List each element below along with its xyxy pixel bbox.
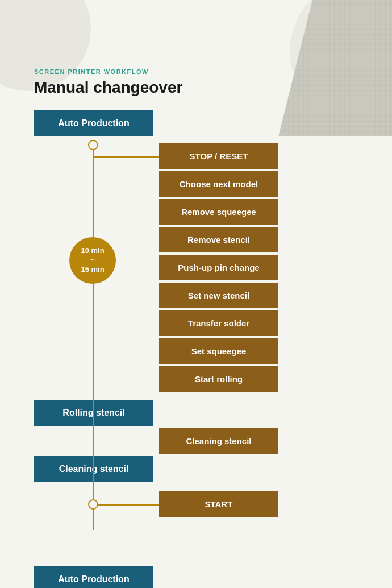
remove-squeegee-button[interactable]: Remove squeegee: [159, 199, 278, 225]
vertical-line-left: [93, 143, 94, 530]
start-rolling-button[interactable]: Start rolling: [159, 366, 278, 392]
bottom-circle-node: [88, 499, 98, 510]
start-button[interactable]: START: [159, 491, 278, 517]
set-new-stencil-button[interactable]: Set new stencil: [159, 283, 278, 308]
pushup-pin-button[interactable]: Push-up pin change: [159, 255, 278, 280]
cleaning-stencil-right-button[interactable]: Cleaning stencil: [159, 428, 278, 454]
set-squeegee-button[interactable]: Set squeegee: [159, 338, 278, 364]
time-badge: 10 min ~ 15 min: [69, 237, 116, 284]
choose-next-model-button[interactable]: Choose next model: [159, 171, 278, 197]
h-line-stop: [94, 156, 159, 158]
auto-production-bottom-button[interactable]: Auto Production: [34, 566, 153, 588]
h-line-start: [94, 504, 159, 506]
stop-reset-button[interactable]: STOP / RESET: [159, 143, 278, 169]
subtitle: SCREEN PRINTER WORKFLOW: [34, 68, 358, 75]
auto-production-top-button[interactable]: Auto Production: [34, 110, 153, 136]
transfer-solder-button[interactable]: Transfer solder: [159, 310, 278, 336]
page-title: Manual changeover: [34, 78, 358, 97]
top-circle-node: [88, 140, 98, 150]
remove-stencil-button[interactable]: Remove stencil: [159, 227, 278, 252]
